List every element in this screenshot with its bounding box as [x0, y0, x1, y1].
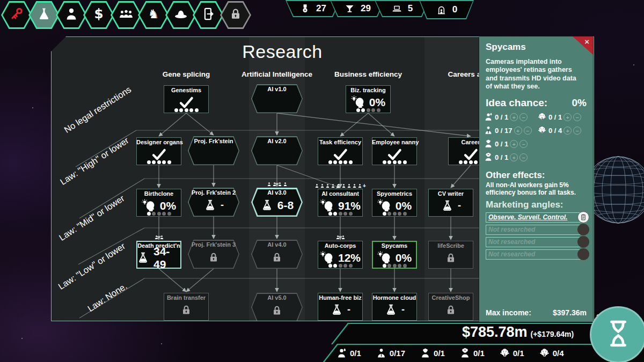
node-title: Employee nanny [372, 139, 417, 145]
minus-button[interactable]: − [573, 113, 581, 121]
clipboard-icon [577, 211, 589, 223]
research-node-ai3[interactable]: AI v3.06-8 [251, 188, 303, 217]
research-node-designer[interactable]: Designer organs [136, 137, 181, 165]
toolbar-item-research[interactable] [28, 1, 60, 29]
minus-button[interactable]: − [519, 113, 528, 121]
research-node-ai5[interactable]: AI v5.0 [251, 293, 303, 321]
node-title: CV writer [428, 190, 473, 197]
toolbar-item-key[interactable] [1, 1, 32, 29]
marketing-angle[interactable]: Not researched [486, 225, 587, 235]
end-turn-button[interactable] [590, 306, 644, 362]
max-income-value: $397.36m [553, 308, 587, 317]
marketing-angle[interactable]: Not researched [486, 237, 587, 247]
lock-icon [444, 304, 457, 316]
node-title: Genestims [164, 87, 209, 93]
research-node-frk1[interactable]: Proj. Frk'stein [188, 136, 239, 165]
toolbar-item-espionage[interactable] [165, 1, 196, 29]
column-header: Business efficiency [320, 70, 416, 78]
toolbar-item-locked[interactable] [220, 1, 251, 29]
minus-button[interactable]: − [524, 127, 532, 135]
research-node-deathpredict[interactable]: Death predict'n34-49 [136, 241, 181, 269]
worker-pawn-icon [283, 182, 288, 187]
ai-2-icon: 2 [537, 125, 547, 135]
research-node-spyometrics[interactable]: Spyometrics 0% [372, 189, 417, 217]
research-node-ai4[interactable]: AI v4.0 [251, 240, 303, 269]
research-node-birthclone[interactable]: Birthclone 0% [136, 189, 181, 217]
plus-button[interactable]: + [510, 140, 518, 148]
doorway-icon [436, 4, 447, 16]
slot-count: 0 / 1 [495, 113, 508, 121]
research-node-ai1[interactable]: AI v1.0 [251, 84, 303, 113]
medal-icon: ★ [299, 3, 311, 14]
research-node-spycams[interactable]: Spycams 0% [372, 241, 417, 269]
progress-dots [136, 212, 181, 216]
research-node-ai2[interactable]: AI v2.0 [251, 136, 303, 165]
person-icon [64, 6, 79, 24]
research-node-hormone[interactable]: Hormone cloud- [372, 293, 417, 321]
worker-pawn-icon [352, 183, 357, 188]
lock-icon [270, 304, 283, 317]
businessperson-icon [484, 125, 493, 135]
minus-button[interactable]: − [573, 127, 581, 135]
plus-button[interactable]: + [510, 113, 518, 121]
toolbar-item-marketing[interactable] [193, 1, 224, 29]
resource-counter-doorway: 0 [419, 0, 474, 19]
lock-icon [444, 252, 457, 264]
research-node-creativeshop[interactable]: CreativeShop [428, 293, 473, 321]
research-node-taskeff[interactable]: Task efficiency [318, 137, 363, 165]
svg-text:1: 1 [541, 117, 543, 120]
toolbar-item-finance[interactable]: $ [83, 1, 114, 29]
research-node-nanny[interactable]: Employee nanny [372, 137, 417, 165]
flask-icon [36, 6, 52, 24]
other-effects-text: All non-AI workers gain 5% efficiency bo… [479, 180, 593, 197]
ai-2-icon: 2 [539, 348, 550, 359]
minus-button[interactable]: − [519, 153, 528, 161]
worker-pawn-icon [154, 235, 159, 240]
toolbar-item-population[interactable] [111, 1, 142, 29]
toolbar-item-strategy[interactable]: ♞ [138, 1, 169, 29]
research-node-lifescribe[interactable]: lifeScribe [428, 241, 473, 269]
close-icon: × [584, 37, 589, 46]
toolbar-item-staff[interactable] [56, 1, 87, 29]
counter-value: 0/1 [434, 349, 445, 358]
research-node-humanfree[interactable]: Human-free biz- [318, 293, 363, 321]
worker-pawn-icon [277, 182, 282, 187]
resource-value: 27 [316, 3, 326, 14]
research-node-autocorps[interactable]: Auto-corps 12% [318, 241, 363, 269]
research-node-cvwriter[interactable]: CV writer- [428, 189, 473, 217]
plus-button[interactable]: + [514, 127, 522, 135]
research-node-biztrack[interactable]: Biz. tracking 0% [346, 85, 391, 113]
plus-button[interactable]: + [564, 113, 572, 121]
research-node-frk2[interactable]: Proj. Frk'stein 2- [188, 188, 239, 217]
resource-value: 0 [452, 4, 457, 15]
node-value: - [401, 304, 405, 315]
plus-button[interactable]: + [510, 153, 518, 161]
progress-dots [372, 212, 417, 216]
knight-icon: ♞ [146, 6, 161, 24]
node-title: Proj. Frk'stein 3 [188, 241, 239, 248]
worker-pawn-icon [314, 183, 319, 188]
research-node-frk3[interactable]: Proj. Frk'stein 3 [188, 240, 239, 269]
research-node-aiconsult[interactable]: AI consultant 91%+ [318, 189, 363, 217]
counter-value: 0/4 [553, 349, 564, 358]
node-title: Designer organs [136, 139, 181, 145]
research-node-braintransfer[interactable]: Brain transfer [164, 293, 209, 321]
node-title: Biz. tracking [346, 87, 391, 93]
worker-slot-scientist: 0 / 1+− [484, 112, 537, 122]
idea-chance-label: Idea chance: [486, 97, 547, 109]
flask-outline-icon [203, 198, 217, 212]
idea-head-icon [320, 250, 334, 265]
assigned-workers-row [136, 235, 181, 240]
marketing-angle[interactable]: Not researched [486, 249, 587, 260]
marketing-angle[interactable]: Observe. Surveil. Control. [486, 212, 587, 223]
node-title: Proj. Frk'stein 2 [188, 189, 239, 196]
research-node-genestims[interactable]: Genestims [164, 85, 209, 113]
node-title: Human-free biz [318, 294, 363, 301]
plus-button[interactable]: + [564, 127, 572, 135]
businessperson-icon [376, 348, 387, 359]
idea-head-icon [320, 198, 334, 213]
node-value: 6-8 [277, 199, 294, 212]
progress-dots [346, 108, 391, 112]
worker-pawn-icon [325, 183, 330, 188]
minus-button[interactable]: − [519, 140, 528, 148]
